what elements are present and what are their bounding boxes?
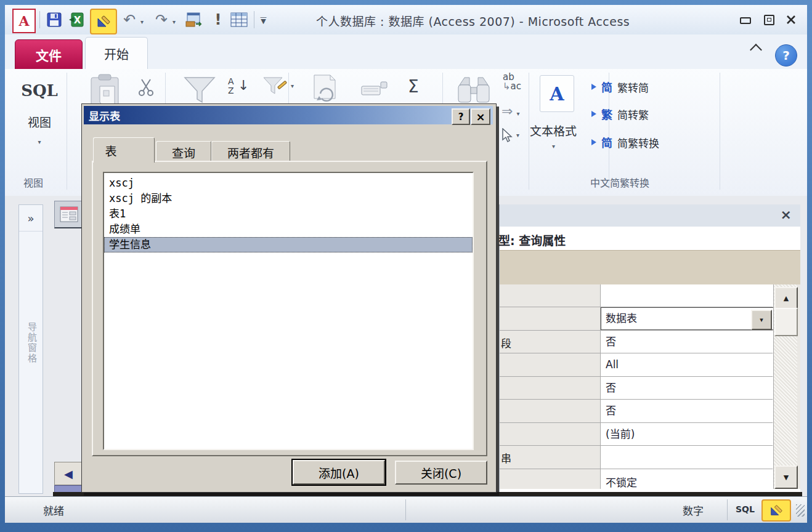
nav-pane-expand-button[interactable]: » <box>19 205 43 232</box>
replace-ac-glyph: ac <box>511 81 521 92</box>
redo-dropdown-icon[interactable]: ▾ <box>173 18 176 25</box>
tab-home-label: 开始 <box>104 45 129 63</box>
close-dialog-button[interactable]: 关闭(C) <box>395 461 487 485</box>
status-divider-2 <box>727 499 728 520</box>
list-item[interactable]: 成绩单 <box>104 222 473 237</box>
dropdown-button[interactable]: ▾ <box>751 310 772 330</box>
tab-queries-label: 查询 <box>172 144 195 161</box>
simplified-traditional-convert-button[interactable]: 简 简繁转换 <box>591 134 659 150</box>
replace-button[interactable]: ab ↳ac <box>503 73 521 91</box>
dialog-close-button[interactable]: × <box>471 108 490 125</box>
advanced-filter-button[interactable]: ▾ <box>262 76 290 99</box>
dialog-help-button[interactable]: ? <box>452 108 470 125</box>
record-nav-previous-button[interactable]: ◀ <box>54 462 83 485</box>
cc-icon-fan: 繁 <box>601 106 612 122</box>
list-item[interactable]: xscj 的副本 <box>104 191 473 206</box>
dialog-title: 显示表 <box>89 108 120 123</box>
property-sheet-close-icon[interactable]: × <box>781 207 792 222</box>
cut-button[interactable] <box>137 78 155 96</box>
close-icon <box>786 15 796 25</box>
access-logo-letter: A <box>18 13 29 29</box>
export-excel-icon[interactable]: X <box>68 11 85 28</box>
undo-dropdown-icon[interactable]: ▾ <box>140 18 144 25</box>
dialog-tab-both[interactable]: 两者都有 <box>211 141 290 163</box>
filter-button[interactable] <box>182 75 217 106</box>
table-list[interactable]: xscj xscj 的副本 表1 成绩单 学生信息 <box>103 172 474 450</box>
goto-button[interactable]: ⇒▾ <box>501 103 519 119</box>
minimize-icon <box>740 17 751 24</box>
add-button[interactable]: 添加(A) <box>293 460 385 485</box>
scroll-down-button[interactable]: ▼ <box>774 465 798 489</box>
undo-glyph: ↶ <box>123 11 136 28</box>
table-icon[interactable] <box>230 11 248 28</box>
qat-customize-dropdown-icon[interactable]: —▼ <box>260 15 267 23</box>
property-row: 段 否 <box>500 331 773 353</box>
property-value[interactable]: 否 <box>601 377 777 399</box>
help-button[interactable]: ? <box>775 44 797 66</box>
find-button[interactable] <box>455 74 493 106</box>
property-row: All <box>500 353 773 377</box>
property-row: 否 <box>500 400 773 423</box>
minimize-button[interactable] <box>737 14 754 27</box>
tab-file[interactable]: 文件 <box>15 39 83 70</box>
cc-arrow-icon <box>591 139 596 145</box>
chevron-up-icon <box>750 44 762 56</box>
list-item[interactable]: 表1 <box>104 206 473 222</box>
undo-icon[interactable]: ↶ <box>121 11 138 28</box>
scroll-up-button[interactable]: ▲ <box>774 287 798 309</box>
document-window-bottom-edge <box>53 492 802 496</box>
dialog-tab-queries[interactable]: 查询 <box>156 141 211 163</box>
datasheet-view-icon[interactable] <box>185 11 202 28</box>
status-design-view-button[interactable] <box>761 499 791 522</box>
table-grid-icon <box>230 12 248 27</box>
scrollbar-thumb[interactable] <box>774 308 798 336</box>
binoculars-icon <box>455 74 493 106</box>
text-format-button[interactable]: A <box>540 75 574 112</box>
query-document-tab[interactable] <box>54 201 84 228</box>
totals-button[interactable]: Σ <box>408 76 419 97</box>
select-button[interactable]: ▾ <box>501 128 513 143</box>
resize-grip[interactable] <box>796 504 805 517</box>
funnel-pencil-icon <box>262 76 290 99</box>
property-row: 数据表 ▾ <box>500 307 773 331</box>
property-value[interactable]: 不锁定 <box>601 469 777 489</box>
close-button[interactable] <box>782 13 800 26</box>
sort-z-glyph: Z <box>228 86 234 95</box>
design-view-qat-button[interactable] <box>90 9 117 34</box>
status-sql-view-button[interactable]: SQL <box>736 504 755 514</box>
property-row: 否 <box>500 377 773 400</box>
property-value[interactable]: All <box>601 353 777 376</box>
list-item[interactable]: xscj <box>104 175 473 191</box>
new-record-button[interactable] <box>361 81 388 97</box>
dialog-title-bar[interactable]: 显示表 <box>84 106 493 124</box>
property-grid: 数据表 ▾ 段 否 All 否 否 (当前) <box>500 284 800 489</box>
property-sheet: × 型: 查询属性 数据表 ▾ 段 否 All <box>499 204 800 492</box>
redo-icon[interactable]: ↷ <box>153 11 170 28</box>
property-row <box>500 284 773 307</box>
sigma-glyph: Σ <box>408 76 419 97</box>
tab-home[interactable]: 开始 <box>85 37 148 70</box>
list-item-selected[interactable]: 学生信息 <box>104 237 473 252</box>
property-row: 不锁定 <box>500 469 773 489</box>
save-icon[interactable] <box>46 11 63 28</box>
property-value[interactable]: 否 <box>601 400 777 422</box>
qat-separator <box>39 11 40 28</box>
sort-arrow-glyph: ↓ <box>238 78 249 93</box>
property-value[interactable] <box>601 446 777 469</box>
sort-a-glyph: A <box>228 76 234 86</box>
dialog-close-glyph: × <box>476 110 485 123</box>
restore-button[interactable] <box>760 13 777 26</box>
property-value[interactable]: (当前) <box>601 423 777 445</box>
traditional-to-simplified-button[interactable]: 简 繁转简 <box>591 79 649 95</box>
tab-tables-label: 表 <box>105 142 116 159</box>
access-app-icon[interactable]: A <box>12 9 36 33</box>
property-value[interactable]: 否 <box>601 331 777 353</box>
dialog-tab-tables[interactable]: 表 <box>93 137 155 163</box>
view-button[interactable]: SQL 视图 ▾ <box>21 81 58 145</box>
title-bar: A X ↶ ▾ ↷ ▾ ! —▼ 个人数据库 : 数据库 (Access 200… <box>5 5 807 35</box>
property-value[interactable] <box>601 284 777 307</box>
run-icon[interactable]: ! <box>209 11 227 28</box>
design-pencil-icon <box>96 14 111 29</box>
simplified-to-traditional-button[interactable]: 繁 简转繁 <box>591 106 649 122</box>
collapse-ribbon-icon[interactable] <box>752 46 760 54</box>
